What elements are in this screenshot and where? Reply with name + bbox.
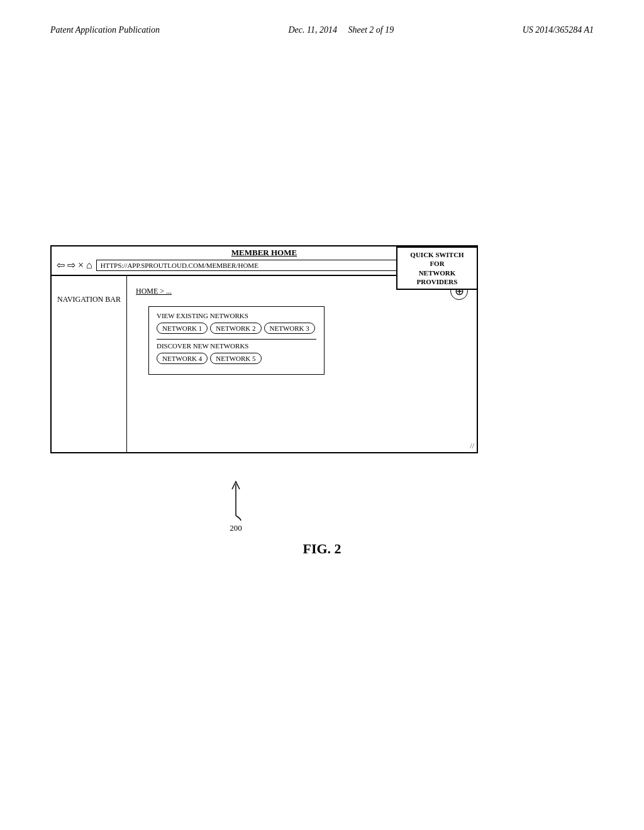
quick-switch-button[interactable]: QUICK SWITCH FOR NETWORK PROVIDERS xyxy=(396,246,478,290)
divider1 xyxy=(157,339,316,340)
arrow-container: 200 xyxy=(223,478,248,533)
discover-networks-row: NETWORK 4 NETWORK 5 xyxy=(157,353,316,364)
network3-button[interactable]: NETWORK 3 xyxy=(264,323,315,334)
browser-title: MEMBER HOME xyxy=(231,248,297,258)
close-icon[interactable]: × xyxy=(78,260,84,271)
section1-label: VIEW EXISTING NETWORKS xyxy=(157,312,316,319)
arrow-svg xyxy=(223,478,248,522)
browser-content: NAVIGATION BAR HOME > ... ⊕ VIEW EXISTIN… xyxy=(52,276,477,452)
figure-label: FIG. 2 xyxy=(303,541,341,557)
home-icon[interactable]: ⌂ xyxy=(86,260,92,271)
arrow-label: 200 xyxy=(230,523,242,533)
network1-button[interactable]: NETWORK 1 xyxy=(157,323,208,334)
back-icon[interactable]: ⇦ xyxy=(57,259,65,271)
publication-label: Patent Application Publication xyxy=(50,25,160,35)
browser-nav-icons: ⇦ ⇨ × ⌂ xyxy=(57,259,92,271)
network2-button[interactable]: NETWORK 2 xyxy=(210,323,261,334)
date-label: Dec. 11, 2014 Sheet 2 of 19 xyxy=(288,25,394,35)
existing-networks-row: NETWORK 1 NETWORK 2 NETWORK 3 xyxy=(157,323,316,334)
breadcrumb: HOME > ... xyxy=(136,287,172,296)
network5-button[interactable]: NETWORK 5 xyxy=(210,353,261,364)
nav-bar-label: NAVIGATION BAR xyxy=(57,295,121,304)
navigation-bar: NAVIGATION BAR xyxy=(52,276,127,452)
page-header: Patent Application Publication Dec. 11, … xyxy=(50,25,594,35)
main-content-area: HOME > ... ⊕ VIEW EXISTING NETWORKS NETW… xyxy=(127,276,477,452)
browser-chrome-bar: MEMBER HOME ⇦ ⇨ × ⌂ HTTPS://APP.SPROUTLO… xyxy=(52,246,477,276)
sheet-label: Sheet 2 of 19 xyxy=(348,25,394,35)
patent-number-label: US 2014/365284 A1 xyxy=(523,25,594,35)
network-dropdown-panel: VIEW EXISTING NETWORKS NETWORK 1 NETWORK… xyxy=(148,306,325,375)
section2-label: DISCOVER NEW NETWORKS xyxy=(157,342,316,350)
network4-button[interactable]: NETWORK 4 xyxy=(157,353,208,364)
resize-handle[interactable]: // xyxy=(470,441,474,451)
browser-diagram: MEMBER HOME ⇦ ⇨ × ⌂ HTTPS://APP.SPROUTLO… xyxy=(50,245,478,453)
forward-icon[interactable]: ⇨ xyxy=(67,259,75,271)
